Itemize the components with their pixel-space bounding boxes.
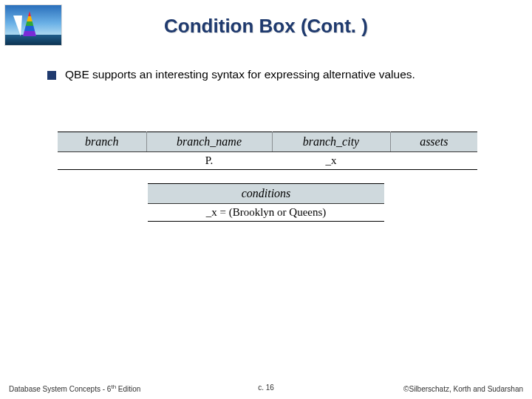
table-header-row: branch branch_name branch_city assets (58, 132, 477, 152)
th-branch-city: branch_city (272, 132, 390, 152)
table-row: _x = (Brooklyn or Queens) (148, 204, 384, 222)
th-assets: assets (390, 132, 477, 152)
bullet-text: QBE supports an interesting syntax for e… (65, 68, 415, 81)
th-branch-name: branch_name (146, 132, 272, 152)
slide: Condition Box (Cont. ) QBE supports an i… (0, 0, 532, 399)
th-conditions: conditions (148, 184, 384, 204)
cell-branch-city: _x (272, 152, 390, 170)
conditions-table: conditions _x = (Brooklyn or Queens) (148, 183, 384, 222)
slide-title: Condition Box (Cont. ) (0, 15, 532, 38)
cell-branch-name: P. (146, 152, 272, 170)
table-row: P. _x (58, 152, 477, 170)
th-branch: branch (58, 132, 146, 152)
cell-assets (390, 152, 477, 170)
cell-branch (58, 152, 146, 170)
bullet-item: QBE supports an interesting syntax for e… (47, 68, 502, 81)
cell-condition: _x = (Brooklyn or Queens) (148, 204, 384, 222)
footer: Database System Concepts - 6th Edition c… (0, 383, 532, 393)
bullet-icon (47, 71, 56, 80)
footer-center: c. 16 (0, 383, 532, 392)
branch-table: branch branch_name branch_city assets P.… (58, 132, 477, 170)
table-header-row: conditions (148, 184, 384, 204)
